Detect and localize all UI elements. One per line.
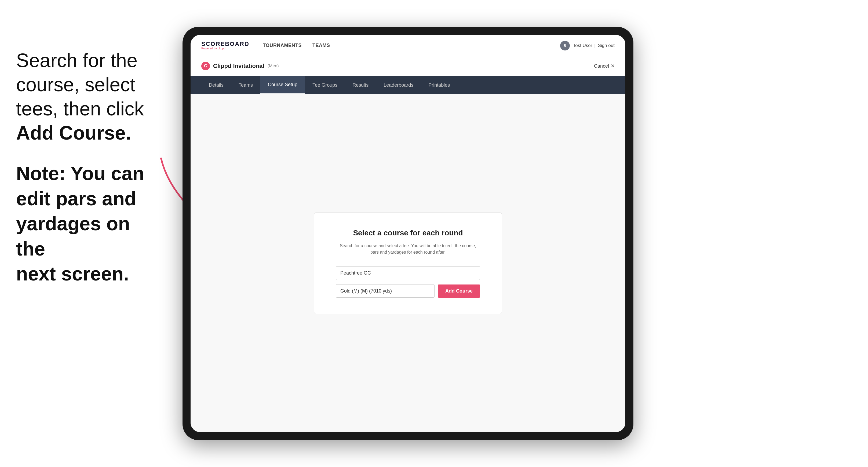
tablet-screen: SCOREBOARD Powered by clippd TOURNAMENTS… (191, 35, 625, 432)
tablet-device: SCOREBOARD Powered by clippd TOURNAMENTS… (183, 27, 633, 440)
annotation-area: Search for the course, select tees, then… (0, 38, 172, 298)
tournament-badge: (Men) (268, 64, 279, 68)
tournament-header: C Clippd Invitational (Men) Cancel ✕ (191, 56, 625, 76)
tournament-title: Clippd Invitational (213, 63, 265, 69)
tab-results[interactable]: Results (345, 76, 376, 94)
top-navbar: SCOREBOARD Powered by clippd TOURNAMENTS… (191, 35, 625, 56)
tee-select[interactable]: Gold (M) (M) (7010 yds) (336, 284, 435, 298)
nav-user-label: Test User | (573, 43, 595, 48)
tee-select-wrapper: Gold (M) (M) (7010 yds) (336, 284, 435, 298)
nav-link-teams[interactable]: TEAMS (312, 43, 330, 48)
logo-subtitle: Powered by clippd (201, 47, 249, 50)
tab-details[interactable]: Details (201, 76, 231, 94)
tab-course-setup[interactable]: Course Setup (260, 76, 305, 94)
nav-right: B Test User | Sign out (560, 41, 615, 51)
nav-left: SCOREBOARD Powered by clippd TOURNAMENTS… (201, 41, 330, 50)
top-nav-links: TOURNAMENTS TEAMS (263, 43, 330, 48)
tab-bar: Details Teams Course Setup Tee Groups Re… (191, 76, 625, 94)
tournament-title-area: C Clippd Invitational (Men) (201, 62, 279, 70)
nav-signout-button[interactable]: Sign out (598, 43, 615, 48)
nav-link-tournaments[interactable]: TOURNAMENTS (263, 43, 302, 48)
tournament-icon: C (201, 62, 210, 70)
tab-teams[interactable]: Teams (231, 76, 260, 94)
add-course-button[interactable]: Add Course (438, 284, 480, 298)
logo: SCOREBOARD Powered by clippd (201, 41, 249, 50)
tab-tee-groups[interactable]: Tee Groups (305, 76, 345, 94)
course-search-input[interactable] (336, 266, 480, 280)
cancel-button[interactable]: Cancel ✕ (594, 63, 615, 69)
main-content: Select a course for each round Search fo… (191, 94, 625, 432)
annotation-instruction: Search for the course, select tees, then… (16, 48, 156, 145)
tee-select-row: Gold (M) (M) (7010 yds) Add Course (336, 284, 480, 298)
tab-leaderboards[interactable]: Leaderboards (376, 76, 421, 94)
logo-title: SCOREBOARD (201, 41, 249, 47)
annotation-note: Note: You can edit pars and yardages on … (16, 161, 156, 287)
card-subtitle: Search for a course and select a tee. Yo… (336, 243, 480, 255)
card-title: Select a course for each round (336, 229, 480, 237)
user-avatar: B (560, 41, 570, 51)
course-selector-card: Select a course for each round Search fo… (314, 212, 502, 314)
tab-printables[interactable]: Printables (421, 76, 457, 94)
